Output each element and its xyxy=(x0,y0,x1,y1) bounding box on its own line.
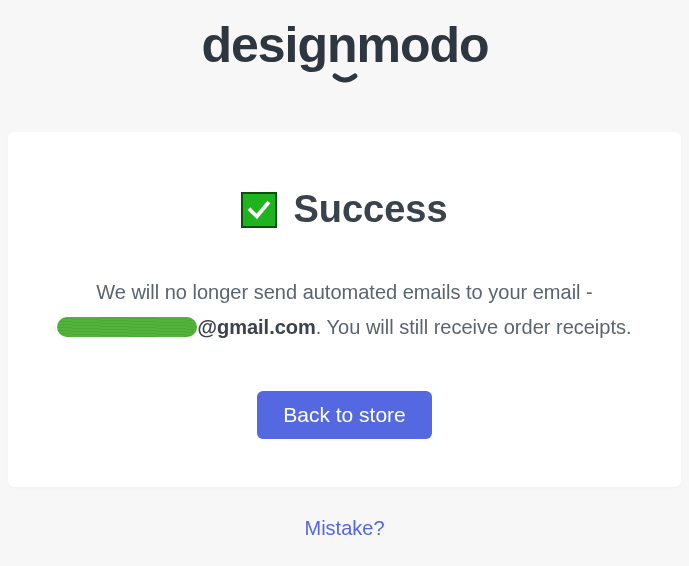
mistake-link[interactable]: Mistake? xyxy=(304,517,384,539)
svg-text:designmodo: designmodo xyxy=(201,18,488,73)
success-title: Success xyxy=(293,188,447,231)
brand-logo: designmodo xyxy=(160,18,530,92)
email-domain: @gmail.com xyxy=(197,316,315,338)
success-message: We will no longer send automated emails … xyxy=(48,275,641,345)
msg-suffix: . You will still receive order receipts. xyxy=(316,316,632,338)
redacted-email-local xyxy=(57,317,197,337)
success-card: Success We will no longer send automated… xyxy=(8,132,681,487)
check-icon xyxy=(241,192,277,228)
msg-prefix: We will no longer send automated emails … xyxy=(96,281,593,303)
back-to-store-button[interactable]: Back to store xyxy=(257,391,432,439)
